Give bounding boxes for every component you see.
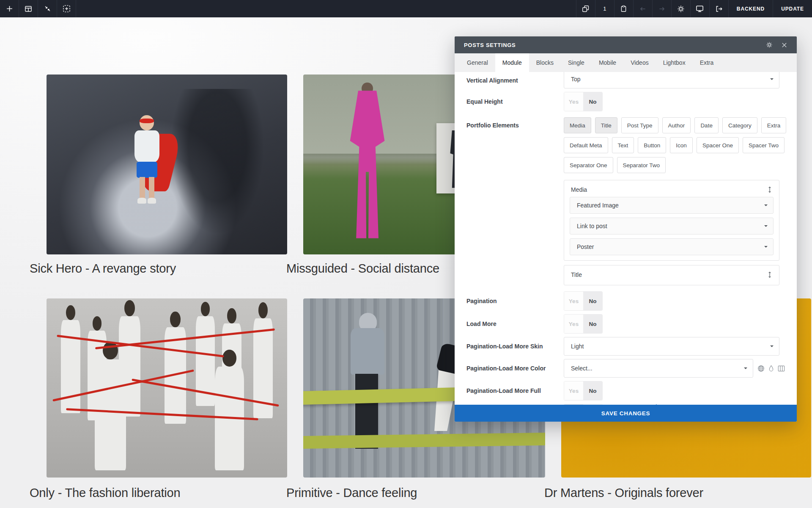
tab-extra[interactable]: Extra [693,53,721,72]
clipboard-icon[interactable] [614,0,633,17]
chevron-down-icon [770,345,774,349]
chip-category[interactable]: Category [722,117,757,133]
toggle-no[interactable]: No [583,315,602,333]
portfolio-title[interactable]: Primitive - Dance feeling [286,486,417,500]
media-link-select[interactable]: Link to post [570,218,774,235]
field-label: Vertical Alignment [466,77,564,84]
tab-general[interactable]: General [460,53,495,72]
field-label: Pagination-Load More Skin [466,343,564,350]
title-card-row: Title [466,265,785,285]
exit-icon[interactable] [709,0,728,17]
clone-icon[interactable] [576,0,595,17]
media-type-select[interactable]: Featured Image [570,197,774,214]
chip-text[interactable]: Text [612,137,634,153]
portfolio-image-only[interactable] [47,298,287,478]
modal-title: POSTS SETTINGS [464,42,516,48]
chip-post-type[interactable]: Post Type [621,117,658,133]
preview-monitor-icon[interactable] [690,0,709,17]
backend-button[interactable]: BACKEND [728,0,773,17]
portfolio-title[interactable]: Only - The fashion liberation [30,486,180,500]
toggle-yes[interactable]: Yes [564,381,583,400]
portfolio-image-sick-hero[interactable] [47,75,287,254]
plm-color-select[interactable]: Select... [564,359,753,378]
field-equal-height: Equal Height Yes No [466,92,785,111]
field-label: Equal Height [466,98,564,105]
field-label: Load More [466,320,564,327]
field-plm-full: Pagination-Load More Full Yes No [466,381,785,400]
chevron-down-icon [764,246,768,249]
posts-settings-modal: POSTS SETTINGS General Module Blocks [455,36,797,422]
art [95,359,126,470]
chip-title[interactable]: Title [595,117,617,133]
redo-icon[interactable] [652,0,671,17]
art [137,162,157,178]
field-label: Pagination [466,298,564,304]
collapse-icon[interactable] [38,0,57,17]
toggle-yes[interactable]: Yes [564,92,583,111]
art [172,89,263,233]
update-button[interactable]: UPDATE [773,0,812,17]
chip-date[interactable]: Date [694,117,719,133]
title-element-card: Title [564,265,779,285]
chip-button[interactable]: Button [638,137,666,153]
pagination-toggle: Yes No [564,291,603,311]
art [148,198,156,204]
modal-gear-icon[interactable] [766,36,773,54]
vertical-alignment-select[interactable]: Top [564,72,779,88]
chip-separator-two[interactable]: Separator Two [617,157,666,173]
plm-skin-select[interactable]: Light [564,337,779,356]
droplet-icon[interactable] [768,365,774,372]
plm-full-toggle: Yes No [564,381,603,400]
portfolio-title[interactable]: Sick Hero - A revange story [30,262,176,276]
card-title: Media [571,186,587,193]
chevron-down-icon [770,78,774,82]
tab-videos[interactable]: Videos [623,53,656,72]
undo-icon[interactable] [633,0,652,17]
tab-single[interactable]: Single [561,53,592,72]
settings-gear-icon[interactable] [671,0,690,17]
chip-spacer-one[interactable]: Spacer One [697,137,739,153]
toggle-no[interactable]: No [583,292,602,310]
toolbar-left-group [0,0,76,17]
toolbar-right-group: 1 BACKEN [576,0,812,17]
toggle-yes[interactable]: Yes [564,292,583,310]
chip-separator-one[interactable]: Separator One [564,157,613,173]
art [351,328,384,375]
card-title: Title [571,271,582,278]
chip-extra[interactable]: Extra [761,117,787,133]
chip-spacer-two[interactable]: Spacer Two [743,137,785,153]
modal-close-icon[interactable] [781,36,787,54]
layout-icon[interactable] [19,0,38,17]
chip-icon[interactable]: Icon [670,137,693,153]
chip-default-meta[interactable]: Default Meta [564,137,608,153]
tab-mobile[interactable]: Mobile [592,53,623,72]
tab-lightbox[interactable]: Lightbox [656,53,693,72]
field-label: Pagination-Load More Color [466,365,564,372]
color-option-icons [757,365,785,372]
chevron-down-icon [764,225,768,229]
chip-author[interactable]: Author [662,117,691,133]
toggle-no[interactable]: No [583,381,602,400]
art [140,119,154,123]
modal-header[interactable]: POSTS SETTINGS [455,36,797,53]
toggle-no[interactable]: No [583,92,602,111]
save-changes-button[interactable]: SAVE CHANGES [455,405,797,422]
toggle-yes[interactable]: Yes [564,315,583,333]
media-card-row: Media Featured Image Link to post P [466,180,785,261]
portfolio-title[interactable]: Missguided - Social distance [286,262,439,276]
layer-count[interactable]: 1 [595,0,614,17]
columns-icon[interactable] [778,365,785,372]
add-icon[interactable] [0,0,19,17]
chevron-down-icon [744,367,747,371]
globe-icon[interactable] [757,365,765,372]
portfolio-elements-chips: Media Title Post Type Author Date Catego… [564,117,792,173]
chip-media[interactable]: Media [564,117,591,133]
tab-module[interactable]: Module [495,53,529,72]
media-poster-select[interactable]: Poster [570,238,774,255]
top-toolbar: 1 BACKEN [0,0,812,17]
portfolio-title[interactable]: Dr Martens - Originals forever [544,486,703,500]
add-container-icon[interactable] [57,0,76,17]
drag-handle-icon[interactable] [767,271,772,278]
drag-handle-icon[interactable] [767,186,772,193]
tab-blocks[interactable]: Blocks [529,53,561,72]
